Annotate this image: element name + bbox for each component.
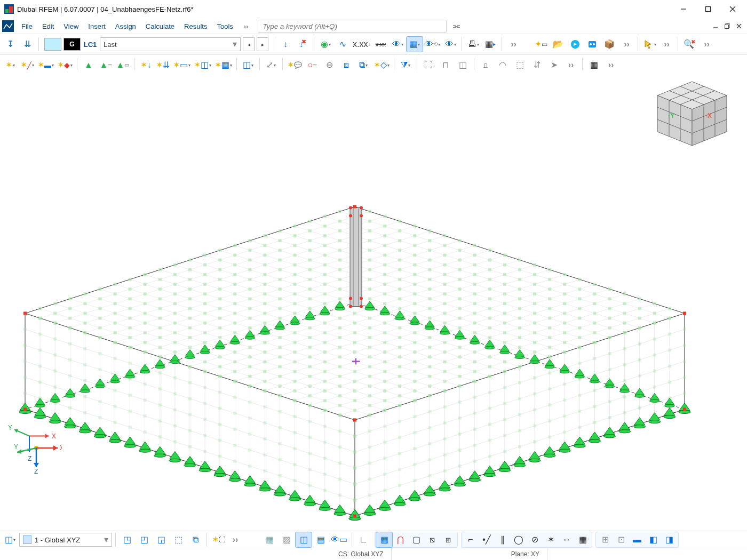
results-values-button[interactable]: x.xx↓ (352, 37, 371, 52)
mdi-restore-button[interactable] (721, 21, 733, 31)
mdi-minimize-button[interactable] (710, 21, 721, 31)
find-button[interactable]: 🔍✖ (681, 37, 697, 52)
grid-on-button[interactable]: ⊞ (597, 532, 613, 547)
animate-button[interactable]: ▦▸ (482, 37, 498, 52)
work-plane-button[interactable]: ◫▾ (2, 532, 18, 547)
model-manager-button[interactable]: 📦 (601, 37, 617, 52)
view-yz-button[interactable]: ◲ (153, 532, 169, 547)
display-mode4-button[interactable]: ▤ (313, 532, 329, 547)
snap-rect3-button[interactable]: ⧆ (440, 532, 456, 547)
menu-results[interactable]: Results (180, 20, 211, 33)
print-graphic-button[interactable]: 🖶▾ (465, 37, 481, 52)
mdi-close-button[interactable] (733, 21, 745, 31)
axes-on-button[interactable]: ⊡ (613, 532, 629, 547)
search-input[interactable] (258, 20, 447, 33)
navcube[interactable]: -Y -X (652, 77, 732, 152)
svg-point-14 (590, 43, 592, 45)
section2-button[interactable]: ◨ (661, 532, 677, 547)
lc-next-button[interactable]: ▸ (257, 37, 268, 51)
menu-file[interactable]: File (17, 20, 37, 33)
lc-prev-button[interactable]: ◂ (243, 37, 255, 51)
osnap-end-button[interactable]: ⌐ (463, 532, 479, 547)
show-values-button[interactable]: 👁▾ (390, 37, 406, 52)
svg-rect-140 (683, 312, 686, 315)
toolbar-overflow-3[interactable]: ›› (658, 37, 674, 52)
delete-loads-button[interactable]: ↓✖ (295, 37, 311, 52)
view-iso-button[interactable]: ⬚ (170, 532, 186, 547)
svg-point-132 (360, 206, 363, 210)
lc-category-chip[interactable]: G (63, 38, 81, 51)
lc-dropdown[interactable]: Last▾ (100, 37, 241, 51)
work-plane-dropdown[interactable]: 1 - Global XYZ ▾ (19, 533, 112, 547)
toolbar-overflow-2[interactable]: ›› (618, 37, 634, 52)
display-solid-button[interactable]: ▦ (261, 532, 277, 547)
open-button[interactable]: 📂 (550, 37, 566, 52)
snap-grid-button[interactable]: ▦ (376, 532, 392, 547)
menu-calculate[interactable]: Calculate (141, 20, 179, 33)
show-hidden-button[interactable]: 👁⟲▾ (424, 37, 441, 52)
svg-rect-139 (353, 205, 356, 209)
osnap-intersect-button[interactable]: ✶ (543, 532, 559, 547)
cloud-b-button[interactable] (584, 37, 600, 52)
menu-tools[interactable]: Tools (212, 20, 237, 33)
display-mode5-button[interactable]: 👁▭ (330, 532, 348, 547)
results-deformation-button[interactable]: ∿ (335, 37, 351, 52)
svg-point-136 (360, 305, 363, 308)
menu-assign[interactable]: Assign (111, 20, 140, 33)
osnap-tangent-button[interactable]: ⊘ (527, 532, 543, 547)
close-button[interactable] (720, 1, 745, 18)
loadcase-selector: G LC1 Last▾ ◂ ▸ (44, 37, 268, 51)
osnap-node-button[interactable]: •╱ (479, 532, 495, 547)
maximize-button[interactable] (696, 1, 720, 18)
display-wire-button[interactable]: ▨ (279, 532, 295, 547)
titlebar: Dlubal RFEM | 6.07.0007 | 04_Unabhaenges… (0, 0, 747, 19)
svg-point-15 (593, 43, 595, 45)
snap-magnet-button[interactable]: ⋂ (392, 532, 408, 547)
new-load-combination-button[interactable]: ⇊ (19, 37, 35, 52)
bottom-overflow-1[interactable]: ›› (227, 532, 243, 547)
menu-edit[interactable]: Edit (38, 20, 58, 33)
toolbar-overflow-4[interactable]: ›› (698, 37, 714, 52)
snap-rect-button[interactable]: ▢ (408, 532, 424, 547)
osnap-parallel-button[interactable]: ∥ (495, 532, 511, 547)
svg-point-137 (349, 297, 352, 300)
svg-rect-4 (706, 7, 711, 12)
svg-rect-9 (725, 25, 729, 29)
results-display-button[interactable]: ◉▾ (317, 37, 333, 52)
menu-overflow[interactable]: ›› (239, 22, 254, 30)
new-project-button[interactable]: ✦▭ (533, 37, 549, 52)
view-xy-button[interactable]: ◳ (119, 532, 135, 547)
osnap-circle-button[interactable]: ◯ (511, 532, 527, 547)
zoom-all-button[interactable]: ✶⛶ (210, 532, 226, 547)
results-navigator-button[interactable]: x.xx (372, 37, 388, 52)
display-transparent-button[interactable]: ◫ (296, 532, 312, 547)
section-button[interactable]: ◧ (645, 532, 661, 547)
isoband-button[interactable]: ▦▾ (407, 37, 423, 52)
show-loads-button[interactable]: ↓ (277, 37, 293, 52)
lc-color-chip[interactable] (44, 38, 61, 51)
select-button[interactable]: ▾ (641, 37, 657, 52)
lc-code: LC1 (83, 41, 98, 49)
osnap-extend-button[interactable]: ↔ (559, 532, 575, 547)
view-xz-button[interactable]: ◰ (136, 532, 152, 547)
minimize-button[interactable] (671, 1, 696, 18)
search-settings-icon[interactable]: ⫘ (452, 22, 460, 30)
chevron-down-icon: ▾ (233, 40, 237, 49)
snap-rect2-button[interactable]: ⧅ (424, 532, 440, 547)
svg-point-134 (360, 214, 363, 218)
osnap-grid2-button[interactable]: ▦ (575, 532, 591, 547)
clipping-button[interactable]: ▬ (629, 532, 645, 547)
show-hidden2-button[interactable]: 👁▾ (442, 37, 458, 52)
cloud-a-button[interactable] (567, 37, 583, 52)
viewport-3d[interactable]: X Y Z X Y Z -Y -X (0, 70, 747, 532)
view-custom-button[interactable]: ⧉ (187, 532, 203, 547)
menu-insert[interactable]: Insert (84, 20, 110, 33)
origin-button[interactable]: ∟ (355, 532, 371, 547)
app-icon (4, 4, 14, 14)
toolbar-overflow-1[interactable]: ›› (505, 37, 521, 52)
menu-view[interactable]: View (59, 20, 83, 33)
toolbar-row-1: ↧ ⇊ G LC1 Last▾ ◂ ▸ ↓ ↓✖ ◉▾ ∿ x.xx↓ x.xx… (0, 34, 747, 55)
svg-marker-149 (45, 434, 49, 438)
new-load-button[interactable]: ↧ (2, 37, 18, 52)
cube-y-label: -Y (668, 112, 674, 119)
